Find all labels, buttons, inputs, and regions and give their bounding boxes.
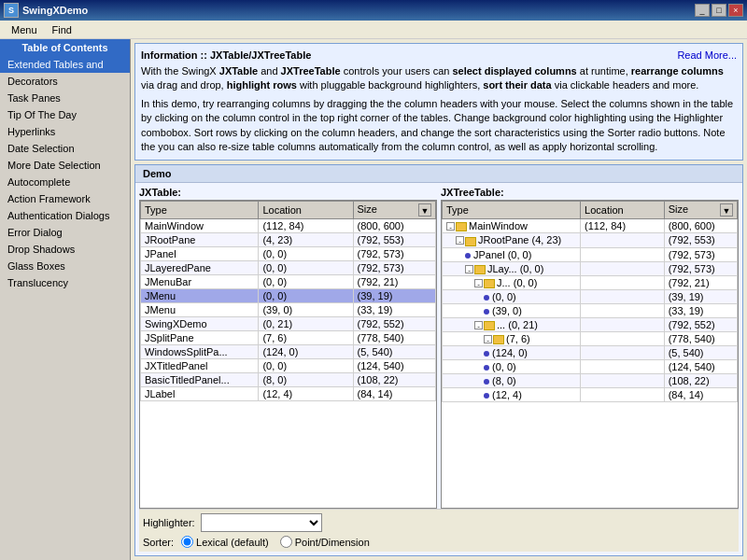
table-row[interactable]: -MainWindow(112, 84)(800, 600) — [443, 219, 738, 233]
table-row[interactable]: JPanel (0, 0) (792, 573) — [141, 247, 436, 261]
cell-type: -MainWindow — [443, 219, 581, 233]
jxtable-section: JXTable: Type — [139, 187, 437, 509]
cell-size: (124, 540) — [664, 359, 737, 373]
cell-type: JSplitPane — [141, 331, 259, 345]
menu-menu[interactable]: Menu — [4, 22, 45, 37]
table-row[interactable]: (12, 4)(84, 14) — [443, 387, 738, 401]
node-icon — [484, 351, 489, 357]
tables-container: JXTable: Type — [139, 187, 739, 509]
tree-expand-icon[interactable]: - — [446, 222, 455, 231]
table-row[interactable]: (0, 0)(124, 540) — [443, 359, 738, 373]
cell-type: JMenu — [141, 289, 259, 303]
minimize-button[interactable]: _ — [695, 4, 710, 17]
cell-type: JLayeredPane — [141, 261, 259, 275]
table-row[interactable]: -(7, 6)(778, 540) — [443, 331, 738, 345]
jxtable-scroll[interactable]: Type Location Size ▼ — [140, 201, 436, 508]
sidebar-item-hyperlinks[interactable]: Hyperlinks — [0, 123, 130, 140]
jxtable-col-size[interactable]: Size ▼ — [353, 202, 436, 219]
info-paragraph-2: In this demo, try rearranging columns by… — [141, 97, 737, 155]
close-button[interactable]: × — [728, 4, 743, 17]
cell-size: (108, 22) — [353, 373, 436, 387]
sidebar: Table of Contents Extended Tables and De… — [0, 39, 131, 560]
table-row[interactable]: BasicTitledPanel... (8, 0) (108, 22) — [141, 373, 436, 387]
cell-location — [581, 331, 665, 345]
sidebar-item-error-dialog[interactable]: Error Dialog — [0, 224, 130, 241]
read-more-link[interactable]: Read More... — [677, 49, 737, 61]
highlighter-select[interactable]: Ledger Gradient — [201, 513, 322, 532]
cell-size: (792, 573) — [664, 261, 737, 275]
cell-size: (800, 600) — [664, 219, 737, 233]
table-row[interactable]: JLabel (12, 4) (84, 14) — [141, 387, 436, 401]
table-row[interactable]: JXTitledPanel (0, 0) (124, 540) — [141, 359, 436, 373]
sidebar-item-more-date-selection[interactable]: More Date Selection — [0, 157, 130, 174]
cell-type: (8, 0) — [443, 373, 581, 387]
table-row[interactable]: (39, 0)(33, 19) — [443, 303, 738, 317]
table-row[interactable]: (0, 0)(39, 19) — [443, 289, 738, 303]
tree-expand-icon[interactable]: - — [465, 265, 473, 273]
table-row[interactable]: (8, 0)(108, 22) — [443, 373, 738, 387]
jxtreetable-scroll[interactable]: Type Location Size ▼ — [442, 201, 738, 508]
sorter-point-radio[interactable] — [280, 536, 292, 548]
node-icon — [484, 379, 489, 385]
content-area: Information :: JXTable/JXTreeTable Read … — [131, 39, 747, 560]
table-row[interactable]: -JRootPane (4, 23)(792, 553) — [443, 233, 738, 247]
jxtreetable-col-location[interactable]: Location — [581, 202, 665, 219]
table-row[interactable]: -J... (0, 0)(792, 21) — [443, 275, 738, 289]
cell-size: (792, 553) — [353, 233, 436, 247]
table-row[interactable]: (124, 0)(5, 540) — [443, 345, 738, 359]
folder-icon — [456, 222, 467, 231]
cell-type: SwingXDemo — [141, 317, 259, 331]
sidebar-item-drop-shadows[interactable]: Drop Shadows — [0, 241, 130, 258]
cell-location: (0, 0) — [259, 359, 353, 373]
find-menu[interactable]: Find — [45, 22, 79, 37]
sidebar-item-extended-tables[interactable]: Extended Tables and — [0, 56, 130, 73]
cell-type: -(7, 6) — [443, 331, 581, 345]
sidebar-item-glass-boxes[interactable]: Glass Boxes — [0, 258, 130, 274]
table-row[interactable]: JMenu (0, 0) (39, 19) — [141, 289, 436, 303]
cell-location: (39, 0) — [259, 303, 353, 317]
cell-location: (7, 6) — [259, 331, 353, 345]
cell-location: (0, 0) — [259, 247, 353, 261]
table-row[interactable]: JMenuBar (0, 0) (792, 21) — [141, 275, 436, 289]
table-row[interactable]: JLayeredPane (0, 0) (792, 573) — [141, 261, 436, 275]
maximize-button[interactable]: □ — [712, 4, 726, 17]
cell-type: BasicTitledPanel... — [141, 373, 259, 387]
table-row[interactable]: SwingXDemo (0, 21) (792, 552) — [141, 317, 436, 331]
table-row[interactable]: JMenu (39, 0) (33, 19) — [141, 303, 436, 317]
sidebar-item-tip-of-the-day[interactable]: Tip Of The Day — [0, 106, 130, 123]
sidebar-item-authentication-dialogs[interactable]: Authentication Dialogs — [0, 207, 130, 224]
table-row[interactable]: JSplitPane (7, 6) (778, 540) — [141, 331, 436, 345]
table-row[interactable]: WindowsSplitPa... (124, 0) (5, 540) — [141, 345, 436, 359]
sorter-point-option[interactable]: Point/Dimension — [280, 536, 370, 548]
cell-location: (0, 0) — [259, 289, 353, 303]
sorter-lexical-option[interactable]: Lexical (default) — [181, 536, 269, 548]
cell-location — [581, 275, 665, 289]
table-row[interactable]: MainWindow (112, 84) (800, 600) — [141, 219, 436, 233]
tree-expand-icon[interactable]: - — [474, 279, 483, 287]
sidebar-item-action-framework[interactable]: Action Framework — [0, 190, 130, 207]
jxtable-wrapper: Type Location Size ▼ — [139, 200, 437, 509]
tree-expand-icon[interactable]: - — [484, 335, 492, 343]
sorter-label: Sorter: — [143, 537, 174, 548]
sidebar-item-date-selection[interactable]: Date Selection — [0, 140, 130, 157]
jxtreetable-col-type[interactable]: Type — [443, 202, 581, 219]
sorter-lexical-radio[interactable] — [181, 536, 193, 548]
sidebar-item-decorators[interactable]: Decorators — [0, 73, 130, 90]
sidebar-item-autocomplete[interactable]: Autocomplete — [0, 174, 130, 190]
jxtable-col-location[interactable]: Location — [259, 202, 353, 219]
cell-location — [581, 233, 665, 247]
tree-expand-icon[interactable]: - — [474, 321, 483, 329]
tree-expand-icon[interactable]: - — [456, 236, 464, 245]
cell-type: -JLay... (0, 0) — [443, 261, 581, 275]
table-row[interactable]: -JLay... (0, 0)(792, 573) — [443, 261, 738, 275]
treetable-column-control-button[interactable]: ▼ — [720, 203, 733, 217]
table-row[interactable]: JPanel (0, 0)(792, 573) — [443, 247, 738, 261]
jxtreetable-col-size[interactable]: Size ▼ — [664, 202, 737, 219]
column-control-button[interactable]: ▼ — [418, 203, 431, 217]
sidebar-item-translucency[interactable]: Translucency — [0, 274, 130, 291]
table-row[interactable]: -... (0, 21)(792, 552) — [443, 317, 738, 331]
sidebar-item-task-panes[interactable]: Task Panes — [0, 90, 130, 106]
jxtable-col-type[interactable]: Type — [141, 202, 259, 219]
cell-location — [581, 317, 665, 331]
table-row[interactable]: JRootPane (4, 23) (792, 553) — [141, 233, 436, 247]
